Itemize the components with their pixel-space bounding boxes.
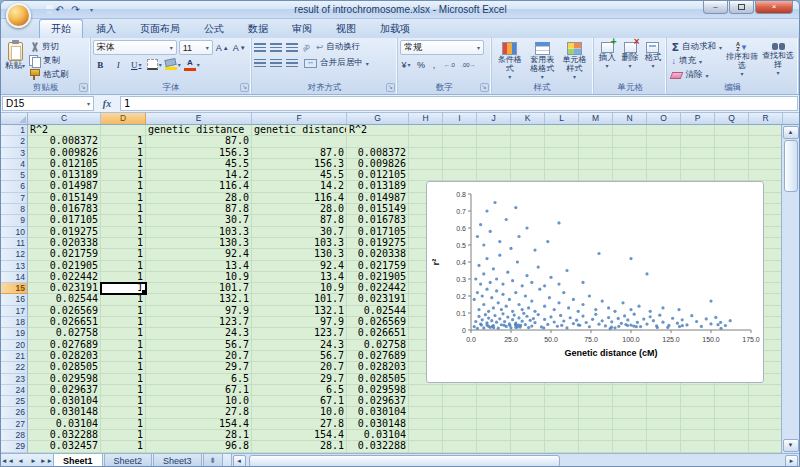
cell-D7[interactable]: 1 [101,193,146,204]
cell-F4[interactable]: 156.3 [252,159,347,170]
cell-N26[interactable] [613,407,647,418]
cell-J29[interactable] [477,441,511,452]
cell-R5[interactable] [749,170,783,181]
cell-M29[interactable] [579,441,613,452]
cell-C14[interactable]: 0.022442 [28,272,101,283]
cell-L4[interactable] [545,159,579,170]
vertical-scrollbar[interactable]: ▲ ▼ [781,125,799,453]
row-header-3[interactable]: 3 [1,148,28,159]
row-header-21[interactable]: 21 [1,351,28,362]
fill-color-button[interactable]: ▾ [165,57,181,72]
delete-cells-button[interactable]: 删除▾ [620,40,641,82]
cell-F26[interactable]: 10.0 [252,407,347,418]
cell-G24[interactable]: 0.029598 [347,385,409,396]
ribbon-tab-6[interactable]: 视图 [325,20,367,38]
cell-F13[interactable]: 92.4 [252,261,347,272]
cell-G14[interactable]: 0.021905 [347,272,409,283]
column-header-q[interactable]: Q [715,113,749,124]
cell-P29[interactable] [681,441,715,452]
cell-N25[interactable] [613,396,647,407]
cell-D11[interactable]: 1 [101,238,146,249]
cell-C4[interactable]: 0.012105 [28,159,101,170]
cell-C3[interactable]: 0.009826 [28,148,101,159]
cell-G22[interactable]: 0.028203 [347,362,409,373]
orientation-icon[interactable]: ab [301,42,311,52]
cell-K5[interactable] [511,170,545,181]
cell-Q27[interactable] [715,419,749,430]
minimize-button[interactable]: ‒ [703,1,728,14]
cell-I29[interactable] [443,441,477,452]
cell-F16[interactable]: 101.7 [252,294,347,305]
cell-J24[interactable] [477,385,511,396]
formula-input[interactable]: 1 [120,96,798,111]
format-as-table-button[interactable]: 套用表格格式▾ [526,40,558,82]
cell-K28[interactable] [511,430,545,441]
cell-H24[interactable] [409,385,443,396]
cell-O26[interactable] [647,407,681,418]
office-button[interactable] [6,3,31,28]
cell-P4[interactable] [681,159,715,170]
scroll-right-icon[interactable]: ► [785,455,798,467]
cell-D8[interactable]: 1 [101,204,146,215]
cell-D6[interactable]: 1 [101,181,146,192]
cell-C1[interactable]: R^2 [28,125,101,136]
sheet-tab-sheet1[interactable]: Sheet1 [53,454,103,467]
cell-F11[interactable]: 103.3 [252,238,347,249]
column-header-i[interactable]: I [443,113,477,124]
cell-L27[interactable] [545,419,579,430]
row-header-18[interactable]: 18 [1,317,28,328]
increase-decimal-button[interactable]: ←.0 [442,57,457,72]
cell-G11[interactable]: 0.019275 [347,238,409,249]
cell-E3[interactable]: 156.3 [146,148,252,159]
font-dialog-launcher[interactable]: ↘ [240,83,249,92]
cell-F23[interactable]: 29.7 [252,374,347,385]
cell-I27[interactable] [443,419,477,430]
format-cells-button[interactable]: 格式▾ [642,40,663,82]
wrap-text-button[interactable]: ↩自动换行 [314,40,362,54]
column-header-p[interactable]: P [681,113,715,124]
row-header-20[interactable]: 20 [1,340,28,351]
cell-F20[interactable]: 24.3 [252,340,347,351]
cell-F12[interactable]: 130.3 [252,249,347,260]
cell-M3[interactable] [579,148,613,159]
cell-C25[interactable]: 0.030104 [28,396,101,407]
redo-button[interactable]: ↷ [69,3,82,17]
cell-E28[interactable]: 28.1 [146,430,252,441]
cell-F22[interactable]: 20.7 [252,362,347,373]
cell-L5[interactable] [545,170,579,181]
cell-C15[interactable]: 0.023191 [28,283,101,294]
row-header-12[interactable]: 12 [1,249,28,260]
cell-K25[interactable] [511,396,545,407]
ribbon-tab-1[interactable]: 插入 [85,20,127,38]
alignment-dialog-launcher[interactable]: ↘ [386,83,395,92]
cell-styles-button[interactable]: 单元格样式▾ [558,40,590,82]
ribbon-tab-7[interactable]: 加载项 [369,20,421,38]
insert-worksheet-tab[interactable]: ⇟ [203,454,223,467]
cell-C19[interactable]: 0.02758 [28,328,101,339]
cut-button[interactable]: 剪切 [27,40,71,54]
cell-C26[interactable]: 0.030148 [28,407,101,418]
cell-O2[interactable] [647,136,681,147]
cell-K4[interactable] [511,159,545,170]
cell-F1[interactable]: genetic distance [252,125,347,136]
cell-N3[interactable] [613,148,647,159]
cell-D21[interactable]: 1 [101,351,146,362]
percent-format-button[interactable]: % [416,57,426,72]
cell-E20[interactable]: 56.7 [146,340,252,351]
cell-C11[interactable]: 0.020338 [28,238,101,249]
row-header-26[interactable]: 26 [1,407,28,418]
cell-I26[interactable] [443,407,477,418]
insert-cells-button[interactable]: 插入▾ [597,40,618,82]
cell-G10[interactable]: 0.017105 [347,227,409,238]
cell-C10[interactable]: 0.019275 [28,227,101,238]
cell-G29[interactable]: 0.032288 [347,441,409,452]
ribbon-tab-4[interactable]: 数据 [237,20,279,38]
cell-D13[interactable]: 1 [101,261,146,272]
clear-button[interactable]: 清除▾ [669,68,724,82]
column-header-r[interactable]: R [749,113,783,124]
cell-P3[interactable] [681,148,715,159]
column-header-o[interactable]: O [647,113,681,124]
cell-F21[interactable]: 56.7 [252,351,347,362]
cell-F7[interactable]: 116.4 [252,193,347,204]
cell-N29[interactable] [613,441,647,452]
